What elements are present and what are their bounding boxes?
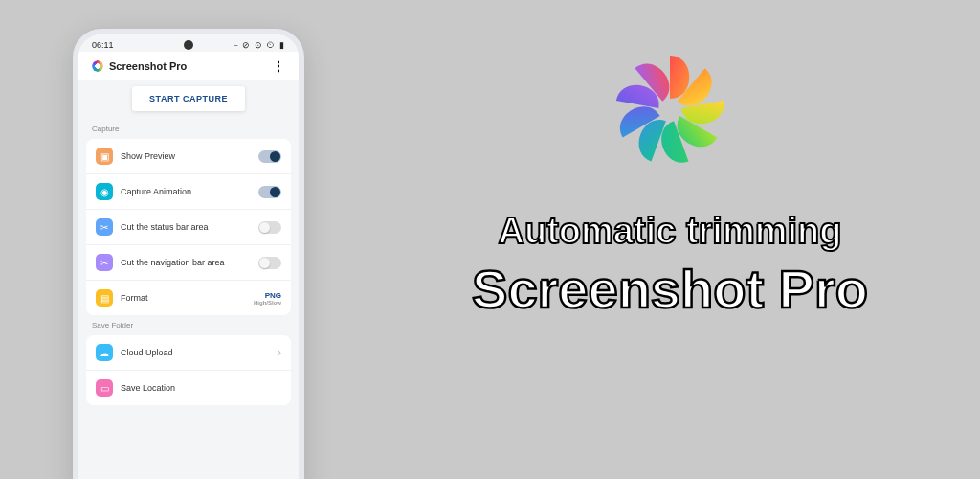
cut-navbar-row[interactable]: ✂ Cut the navigation bar area <box>86 245 291 281</box>
chevron-right-icon: › <box>278 346 281 359</box>
scissors-icon: ✂ <box>96 254 113 271</box>
promo-heading-2: Screenshot Pro <box>402 258 938 320</box>
animation-icon: ◉ <box>96 183 113 200</box>
row-label: Cut the status bar area <box>121 222 251 232</box>
preview-icon: ▣ <box>96 148 113 165</box>
cloud-icon: ☁ <box>96 344 113 361</box>
start-capture-button[interactable]: START CAPTURE <box>132 86 245 111</box>
phone-mockup: 06:11 ⌐ ⊘ ⊙ ⏲ ▮ Screenshot Pro ⋮ START C… <box>73 29 304 479</box>
promo-heading-1: Automatic trimming <box>402 211 938 252</box>
capture-animation-row[interactable]: ◉ Capture Animation <box>86 174 291 210</box>
row-label: Cloud Upload <box>121 348 270 357</box>
camera-notch <box>184 40 193 50</box>
capture-card: ▣ Show Preview ◉ Capture Animation ✂ Cut… <box>86 139 291 315</box>
status-icons: ⌐ ⊘ ⊙ ⏲ ▮ <box>234 40 285 50</box>
app-logo-icon <box>92 60 103 72</box>
save-location-row[interactable]: ▭ Save Location <box>86 371 291 405</box>
promo-panel: Automatic trimming Screenshot Pro <box>402 38 938 320</box>
save-card: ☁ Cloud Upload › ▭ Save Location <box>86 335 291 405</box>
cut-statusbar-row[interactable]: ✂ Cut the status bar area <box>86 210 291 245</box>
row-label: Cut the navigation bar area <box>121 258 251 267</box>
navbar-toggle[interactable] <box>258 257 281 269</box>
preview-toggle[interactable] <box>258 150 281 163</box>
animation-toggle[interactable] <box>258 186 281 198</box>
row-label: Show Preview <box>121 151 251 161</box>
app-header: Screenshot Pro ⋮ <box>78 52 299 80</box>
statusbar-toggle[interactable] <box>258 221 281 234</box>
format-sub: High/Slow <box>254 300 281 306</box>
format-row[interactable]: ▤ Format PNG High/Slow <box>86 281 291 315</box>
scissors-icon: ✂ <box>96 218 113 236</box>
row-label: Capture Animation <box>121 187 251 196</box>
save-section-label: Save Folder <box>78 317 299 333</box>
show-preview-row[interactable]: ▣ Show Preview <box>86 139 291 174</box>
capture-section-label: Capture <box>78 121 299 137</box>
status-time: 06:11 <box>92 40 114 50</box>
format-value: PNG <box>265 291 281 300</box>
app-logo-large <box>598 38 742 182</box>
app-title: Screenshot Pro <box>109 60 187 72</box>
folder-icon: ▭ <box>96 379 113 397</box>
row-label: Save Location <box>121 383 281 393</box>
format-icon: ▤ <box>96 289 113 307</box>
cloud-upload-row[interactable]: ☁ Cloud Upload › <box>86 335 291 371</box>
menu-icon[interactable]: ⋮ <box>272 59 285 73</box>
row-label: Format <box>121 293 246 303</box>
